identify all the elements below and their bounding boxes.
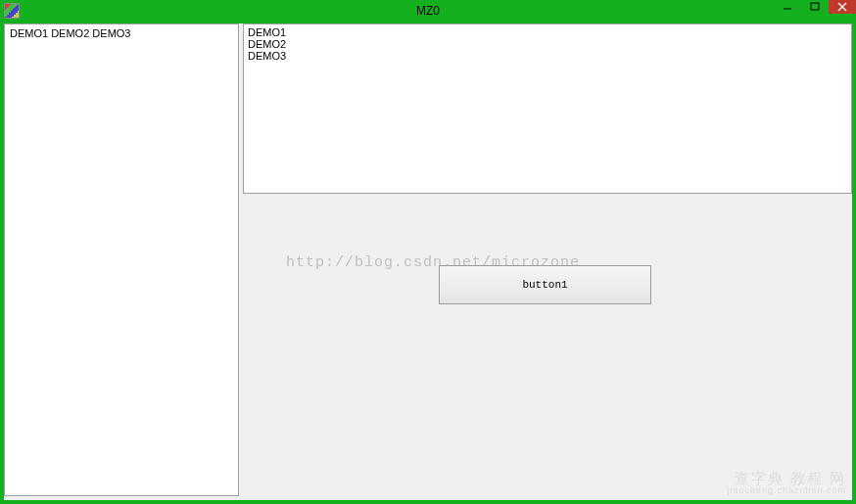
minimize-icon xyxy=(783,2,792,12)
textbox-line: DEMO3 xyxy=(248,50,847,62)
close-icon xyxy=(837,2,847,12)
left-listbox-content: DEMO1 DEMO2 DEMO3 xyxy=(10,27,130,39)
minimize-button[interactable] xyxy=(774,0,801,14)
client-area: DEMO1 DEMO2 DEMO3 DEMO1 DEMO2 DEMO3 http… xyxy=(4,23,852,500)
window-controls xyxy=(774,0,856,14)
maximize-button[interactable] xyxy=(801,0,829,14)
titlebar[interactable]: MZ0 xyxy=(0,0,856,22)
corner-watermark-line2: jiaocheng.chazidian.com xyxy=(727,486,846,496)
window-title: MZ0 xyxy=(416,4,440,18)
app-icon xyxy=(4,3,20,19)
maximize-icon xyxy=(810,2,820,12)
textbox-line: DEMO2 xyxy=(248,38,847,50)
svg-rect-1 xyxy=(811,3,819,10)
right-area: DEMO1 DEMO2 DEMO3 http://blog.csdn.net/m… xyxy=(239,23,852,500)
textbox-line: DEMO1 xyxy=(248,26,847,38)
close-button[interactable] xyxy=(829,0,856,14)
corner-watermark-line1: 查字典 教程 网 xyxy=(727,471,846,487)
multiline-textbox[interactable]: DEMO1 DEMO2 DEMO3 xyxy=(243,23,852,194)
left-listbox[interactable]: DEMO1 DEMO2 DEMO3 xyxy=(4,23,239,496)
button1[interactable]: button1 xyxy=(439,265,651,304)
corner-watermark: 查字典 教程 网 jiaocheng.chazidian.com xyxy=(727,471,846,496)
